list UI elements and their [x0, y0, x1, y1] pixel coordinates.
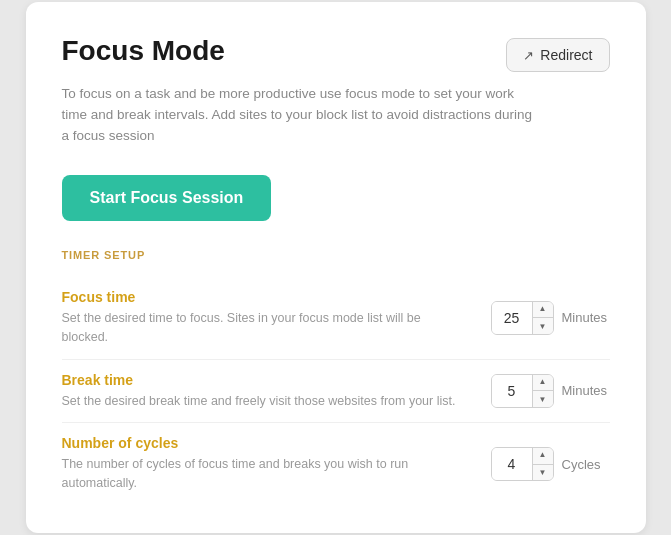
focus-time-row: Focus time Set the desired time to focus…	[62, 277, 610, 360]
cycles-control: 4 ▲ ▼ Cycles	[491, 447, 610, 481]
focus-time-info: Focus time Set the desired time to focus…	[62, 289, 491, 347]
cycles-input-wrapper: 4 ▲ ▼	[491, 447, 554, 481]
redirect-button[interactable]: ↗ Redirect	[506, 38, 609, 72]
focus-mode-card: Focus Mode ↗ Redirect To focus on a task…	[26, 2, 646, 533]
focus-time-spinners: ▲ ▼	[532, 301, 553, 335]
focus-time-decrement[interactable]: ▼	[533, 318, 553, 335]
focus-time-value: 25	[492, 301, 532, 335]
redirect-label: Redirect	[540, 47, 592, 63]
cycles-row: Number of cycles The number of cycles of…	[62, 423, 610, 505]
page-description: To focus on a task and be more productiv…	[62, 84, 542, 147]
break-time-info: Break time Set the desired break time an…	[62, 372, 491, 411]
break-time-input-wrapper: 5 ▲ ▼	[491, 374, 554, 408]
page-title: Focus Mode	[62, 34, 225, 68]
timer-setup-section: TIMER SETUP Focus time Set the desired t…	[62, 249, 610, 505]
focus-time-increment[interactable]: ▲	[533, 301, 553, 319]
cycles-info: Number of cycles The number of cycles of…	[62, 435, 491, 493]
break-time-unit: Minutes	[562, 383, 610, 398]
redirect-icon: ↗	[523, 48, 534, 63]
break-time-spinners: ▲ ▼	[532, 374, 553, 408]
cycles-spinners: ▲ ▼	[532, 447, 553, 481]
focus-time-label: Focus time	[62, 289, 471, 305]
cycles-value: 4	[492, 447, 532, 481]
cycles-desc: The number of cycles of focus time and b…	[62, 455, 471, 493]
break-time-increment[interactable]: ▲	[533, 374, 553, 392]
focus-time-desc: Set the desired time to focus. Sites in …	[62, 309, 471, 347]
start-focus-session-button[interactable]: Start Focus Session	[62, 175, 272, 221]
cycles-decrement[interactable]: ▼	[533, 465, 553, 482]
cycles-label: Number of cycles	[62, 435, 471, 451]
focus-time-input-wrapper: 25 ▲ ▼	[491, 301, 554, 335]
break-time-label: Break time	[62, 372, 471, 388]
break-time-decrement[interactable]: ▼	[533, 391, 553, 408]
section-label: TIMER SETUP	[62, 249, 610, 261]
break-time-desc: Set the desired break time and freely vi…	[62, 392, 471, 411]
cycles-increment[interactable]: ▲	[533, 447, 553, 465]
cycles-unit: Cycles	[562, 457, 610, 472]
break-time-value: 5	[492, 374, 532, 408]
header-row: Focus Mode ↗ Redirect	[62, 34, 610, 72]
break-time-row: Break time Set the desired break time an…	[62, 360, 610, 424]
focus-time-unit: Minutes	[562, 310, 610, 325]
focus-time-control: 25 ▲ ▼ Minutes	[491, 301, 610, 335]
break-time-control: 5 ▲ ▼ Minutes	[491, 374, 610, 408]
